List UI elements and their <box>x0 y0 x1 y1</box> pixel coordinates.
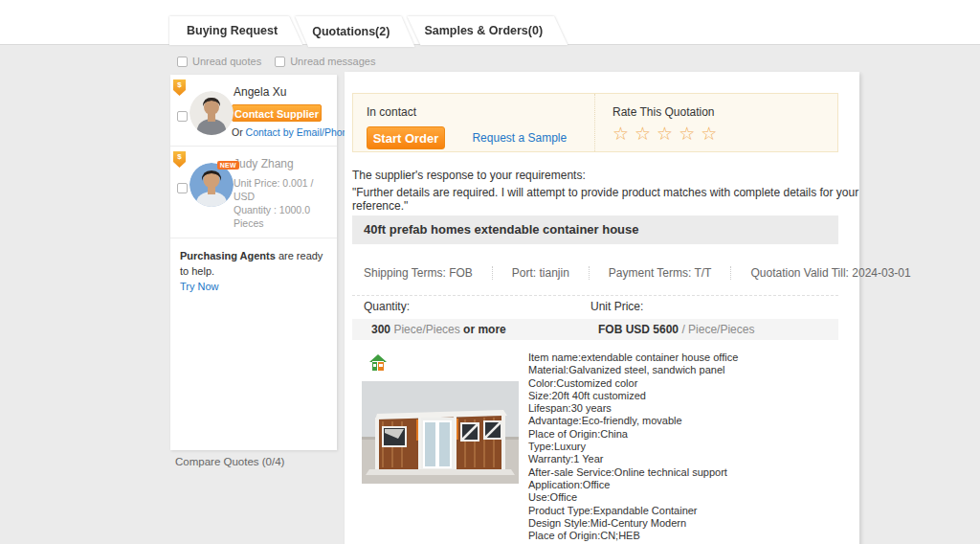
quantity-header: Quantity: <box>364 300 410 313</box>
contact-supplier-button[interactable]: Contact Supplier <box>232 104 322 122</box>
qty-price-row: 300 Piece/Pieces or more FOB USD 5600 / … <box>352 319 838 340</box>
action-box: In contact Start Order Request a Sample … <box>352 93 838 152</box>
detail-line: Use:Office <box>528 491 844 504</box>
unread-quotes-checkbox[interactable] <box>177 57 188 67</box>
star-icon[interactable]: ☆ <box>679 124 701 144</box>
rating-stars[interactable]: ☆☆☆☆☆ <box>612 123 837 145</box>
supplier-judy-quantity: Quantity : 1000.0 Pieces <box>234 203 329 230</box>
unit-price-header: Unit Price: <box>590 300 643 313</box>
contact-status: In contact <box>367 105 594 119</box>
detail-line: Type:Luxury <box>528 441 844 453</box>
product-image[interactable] <box>362 381 519 484</box>
supplier-angela-checkbox[interactable] <box>177 111 188 122</box>
tab-quotations[interactable]: Quotations(2) <box>295 16 414 47</box>
detail-line: Application:Office <box>528 479 844 491</box>
gold-supplier-badge-icon: $ <box>173 79 186 96</box>
filter-unread-quotes[interactable]: Unread quotes <box>177 56 261 67</box>
unit-price-value: FOB USD 5600 / Piece/Pieces <box>598 319 754 340</box>
tab-quotations-label: Quotations(2) <box>295 16 414 47</box>
terms-row: Shipping Terms: FOB Port: tianjin Paymen… <box>352 266 838 296</box>
contact-email-phone-link[interactable]: Contact by Email/Phone <box>246 126 354 138</box>
star-icon[interactable]: ☆ <box>635 124 657 144</box>
star-icon[interactable]: ☆ <box>657 124 679 144</box>
detail-line: Place of Origin:CN;HEB <box>528 530 844 542</box>
tab-buying-request[interactable]: Buying Request <box>169 16 302 45</box>
unread-messages-checkbox[interactable] <box>275 57 285 67</box>
product-details-list: Item name:extendable container house off… <box>528 351 844 542</box>
or-prefix: Or <box>232 126 246 138</box>
filter-unread-messages[interactable]: Unread messages <box>275 56 375 67</box>
detail-line: Material:Galvanized steel, sandwich pane… <box>528 364 844 376</box>
compare-quotes-counter: Compare Quotes (0/4) <box>175 456 284 467</box>
detail-line: Lifespan:30 years <box>528 402 844 415</box>
detail-line: Advantage:Eco-friendly, movable <box>528 415 844 427</box>
purchasing-agents-bold: Purchasing Agents <box>180 250 276 261</box>
quantity-value: 300 Piece/Pieces or more <box>371 319 506 340</box>
supplier-judy-name: Judy Zhang <box>234 157 329 170</box>
avatar-angela <box>189 91 234 135</box>
port: Port: tianjin <box>493 266 590 280</box>
detail-line: Design Style:Mid-Century Modern <box>528 517 844 530</box>
purchasing-agents-note: Purchasing Agents are ready to help. Try… <box>170 238 337 304</box>
filters-row: Unread quotes Unread messages <box>177 56 375 67</box>
payment-terms: Payment Terms: T/T <box>590 266 732 280</box>
detail-line: After-sale Service:Online technical supp… <box>528 466 844 479</box>
tab-samples-orders-label: Samples & Orders(0) <box>407 16 568 45</box>
supplier-judy-checkbox[interactable] <box>177 183 188 193</box>
detail-line: Color:Customized color <box>528 377 844 390</box>
star-icon[interactable]: ☆ <box>612 124 635 144</box>
supplier-response-text: "Further details are required. I will at… <box>352 186 859 213</box>
supplier-sidebar: $ Angela Xu Contact Supplier Or Contact … <box>170 75 337 450</box>
tab-bar: Buying Request Quotations(2) Samples & O… <box>169 16 560 46</box>
unread-quotes-label: Unread quotes <box>192 56 261 67</box>
detail-line: Warranty:1 Year <box>528 453 844 465</box>
supplier-card-judy[interactable]: $ NEW Judy Zhang Unit Price: 0.001 / USD… <box>170 147 337 238</box>
detail-line: Item name:extendable container house off… <box>528 351 844 364</box>
product-title: 40ft prefab homes extendable container h… <box>352 215 838 244</box>
tab-samples-orders[interactable]: Samples & Orders(0) <box>407 16 568 45</box>
tab-buying-request-label: Buying Request <box>169 16 302 45</box>
detail-line: Place of Origin:China <box>528 428 844 441</box>
quotation-valid-till: Quotation Valid Till: 2024-03-01 <box>731 266 929 280</box>
unread-messages-label: Unread messages <box>290 56 375 67</box>
supplier-angela-name: Angela Xu <box>234 85 329 99</box>
new-badge: NEW <box>217 161 239 170</box>
star-icon[interactable]: ☆ <box>701 124 723 144</box>
detail-line: Product Type:Expandable Container <box>528 505 844 517</box>
quotation-panel: In contact Start Order Request a Sample … <box>345 72 859 544</box>
supplier-card-angela[interactable]: $ Angela Xu Contact Supplier Or Contact … <box>170 75 337 147</box>
supplier-logo-icon <box>368 353 388 373</box>
request-sample-link[interactable]: Request a Sample <box>472 131 567 145</box>
try-now-link[interactable]: Try Now <box>180 281 219 292</box>
shipping-terms: Shipping Terms: FOB <box>352 266 493 280</box>
rate-quotation-label: Rate This Quotation <box>612 105 837 119</box>
gold-supplier-badge-icon: $ <box>173 151 186 168</box>
detail-line: Size:20ft 40ft customized <box>528 390 844 402</box>
supplier-response-label: The supplier's response to your requirem… <box>352 169 586 182</box>
start-order-button[interactable]: Start Order <box>367 126 445 149</box>
contact-alt-line: Or Contact by Email/Phone <box>232 126 329 138</box>
supplier-judy-unit-price: Unit Price: 0.001 / USD <box>234 176 329 203</box>
